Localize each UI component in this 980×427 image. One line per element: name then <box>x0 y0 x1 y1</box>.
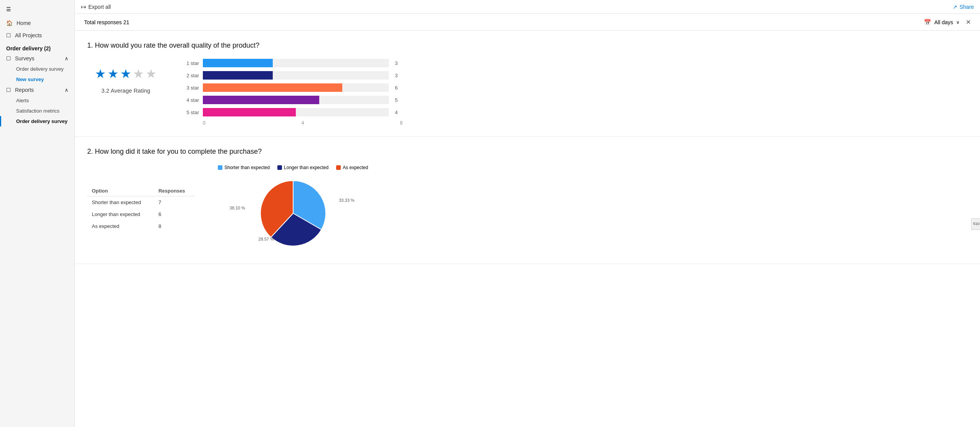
sidebar-item-home[interactable]: 🏠 Home <box>0 17 75 29</box>
q2-text: How long did it take for you to complete… <box>95 148 262 155</box>
pie-legend: Shorter than expected Longer than expect… <box>218 165 368 170</box>
rating-display: ★ ★ ★ ★ ★ 3.2 Average Rating <box>87 59 164 101</box>
share-icon: ↗ <box>953 4 957 10</box>
sidebar: ☰ 🏠 Home ☐ All Projects Order delivery (… <box>0 0 75 427</box>
calendar-icon: 📅 <box>924 19 931 26</box>
bar-value: 5 <box>395 97 403 103</box>
sidebar-item-all-projects[interactable]: ☐ All Projects <box>0 29 75 42</box>
option-count: 8 <box>154 220 195 232</box>
bar-track <box>203 108 389 116</box>
share-button[interactable]: ↗ Share <box>953 4 974 10</box>
filter-chevron-icon[interactable]: ∨ <box>956 20 960 25</box>
hamburger-icon: ☰ <box>6 6 11 12</box>
option-count: 6 <box>154 208 195 220</box>
bar-label: 3 star <box>180 85 199 91</box>
col-option-header: Option <box>87 186 154 196</box>
bar-track <box>203 59 389 67</box>
responses-bar: Total responses 21 📅 All days ∨ ✕ <box>75 14 980 31</box>
reports-chevron-icon: ∧ <box>65 87 68 93</box>
reports-group-left: ☐ Reports <box>6 87 34 93</box>
surveys-chevron-icon: ∧ <box>65 55 68 61</box>
legend-label: Shorter than expected <box>224 165 270 170</box>
bar-track <box>203 71 389 80</box>
question-2-content: Option Responses Shorter than expected 7… <box>87 165 968 253</box>
export-icon: ↦ <box>81 3 86 10</box>
reports-label: Reports <box>15 87 34 93</box>
sidebar-item-order-delivery-survey[interactable]: Order delivery survey <box>0 64 75 74</box>
bar-fill <box>203 71 273 80</box>
q1-number: 1. <box>87 42 93 49</box>
bar-row: 5 star 4 <box>180 108 403 116</box>
bar-value: 3 <box>395 60 403 66</box>
bar-track <box>203 96 389 104</box>
pie-chart-container: Shorter than expected Longer than expect… <box>218 165 368 253</box>
report-item-2-label: Order delivery survey <box>16 118 68 124</box>
chart-axis: 0 4 8 <box>180 120 403 126</box>
question-2-title: 2. How long did it take for you to compl… <box>87 148 968 156</box>
question-2-card: 2. How long did it take for you to compl… <box>75 137 980 264</box>
all-projects-label: All Projects <box>15 32 42 38</box>
legend-item: Shorter than expected <box>218 165 270 170</box>
surveys-group-header[interactable]: ☐ Surveys ∧ <box>0 53 75 64</box>
reports-icon: ☐ <box>6 87 11 93</box>
projects-icon: ☐ <box>6 32 11 38</box>
respondents-label: Respondents <box>973 221 980 226</box>
sidebar-item-satisfaction-metrics[interactable]: Satisfaction metrics <box>0 106 75 116</box>
bar-row: 2 star 3 <box>180 71 403 80</box>
option-label: Shorter than expected <box>87 196 154 209</box>
bar-track <box>203 83 389 92</box>
bar-fill <box>203 83 342 92</box>
legend-dot <box>277 165 282 170</box>
table-row: Longer than expected 6 <box>87 208 195 220</box>
bar-row: 4 star 5 <box>180 96 403 104</box>
legend-dot <box>218 165 222 170</box>
main-content: ↦ Export all ↗ Share Total responses 21 … <box>75 0 980 427</box>
avg-rating-label: 3.2 Average Rating <box>101 87 150 94</box>
report-item-0-label: Alerts <box>16 98 29 103</box>
top-bar: ↦ Export all ↗ Share <box>75 0 980 14</box>
reports-group-header[interactable]: ☐ Reports ∧ <box>0 85 75 95</box>
content-area: 1. How would you rate the overall qualit… <box>75 31 980 427</box>
hamburger-menu[interactable]: ☰ <box>0 3 75 17</box>
q2-number: 2. <box>87 148 93 155</box>
share-label: Share <box>960 4 974 10</box>
table-row: As expected 8 <box>87 220 195 232</box>
collapse-icon[interactable]: ✕ <box>966 18 971 26</box>
survey-item-0-label: Order delivery survey <box>16 66 64 72</box>
bar-label: 2 star <box>180 73 199 78</box>
options-table-body: Shorter than expected 7 Longer than expe… <box>87 196 195 233</box>
question-1-title: 1. How would you rate the overall qualit… <box>87 42 968 50</box>
days-filter-label[interactable]: All days <box>934 19 953 25</box>
legend-dot <box>336 165 341 170</box>
report-item-1-label: Satisfaction metrics <box>16 108 60 114</box>
legend-item: As expected <box>336 165 368 170</box>
bar-label: 5 star <box>180 110 199 115</box>
bar-fill <box>203 96 319 104</box>
star-5: ★ <box>146 66 157 81</box>
q1-text: How would you rate the overall quality o… <box>95 42 259 49</box>
respondents-tab[interactable]: Respondents <box>971 218 980 229</box>
option-label: Longer than expected <box>87 208 154 220</box>
axis-0: 0 <box>203 120 206 126</box>
axis-8: 8 <box>400 120 403 126</box>
legend-label: Longer than expected <box>284 165 328 170</box>
sidebar-item-order-delivery-survey-report[interactable]: Order delivery survey <box>0 116 75 126</box>
bar-fill <box>203 108 296 116</box>
sidebar-item-new-survey[interactable]: New survey <box>0 74 75 85</box>
legend-label: As expected <box>343 165 368 170</box>
col-responses-header: Responses <box>154 186 195 196</box>
export-label: Export all <box>88 4 111 10</box>
axis-4: 4 <box>302 120 304 126</box>
surveys-label: Surveys <box>15 55 35 61</box>
export-button[interactable]: ↦ Export all <box>81 3 111 10</box>
sidebar-item-alerts[interactable]: Alerts <box>0 95 75 106</box>
options-table: Option Responses Shorter than expected 7… <box>87 186 195 232</box>
star-2: ★ <box>108 66 119 81</box>
bar-label: 1 star <box>180 60 199 66</box>
bar-label: 4 star <box>180 97 199 103</box>
bar-chart-q1: 1 star 3 2 star 3 3 star 6 4 star 5 5 st… <box>180 59 403 126</box>
survey-item-1-label: New survey <box>16 76 44 82</box>
bar-fill <box>203 59 273 67</box>
surveys-icon: ☐ <box>6 55 11 61</box>
option-count: 7 <box>154 196 195 209</box>
